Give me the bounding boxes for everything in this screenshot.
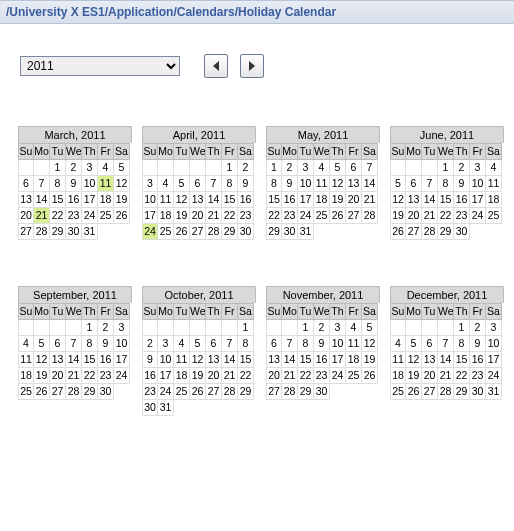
day-cell[interactable]: 19 (362, 352, 378, 368)
day-cell[interactable]: 11 (390, 352, 406, 368)
day-cell[interactable]: 29 (298, 384, 314, 400)
day-cell[interactable]: 9 (98, 336, 114, 352)
day-cell[interactable]: 22 (454, 368, 470, 384)
day-cell[interactable]: 18 (18, 368, 34, 384)
day-cell[interactable]: 30 (454, 224, 470, 240)
day-cell[interactable]: 27 (346, 208, 362, 224)
day-cell[interactable]: 13 (18, 192, 34, 208)
day-cell[interactable]: 25 (158, 224, 174, 240)
day-cell[interactable]: 23 (470, 368, 486, 384)
day-cell[interactable]: 14 (422, 192, 438, 208)
day-cell[interactable]: 25 (390, 384, 406, 400)
day-cell[interactable]: 26 (114, 208, 130, 224)
day-cell[interactable]: 8 (82, 336, 98, 352)
day-cell[interactable]: 20 (346, 192, 362, 208)
day-cell[interactable]: 13 (266, 352, 282, 368)
day-cell[interactable]: 30 (66, 224, 82, 240)
day-cell[interactable]: 30 (142, 400, 158, 416)
day-cell[interactable]: 3 (82, 160, 98, 176)
prev-year-button[interactable] (204, 54, 228, 78)
day-cell[interactable]: 21 (34, 208, 50, 224)
day-cell[interactable]: 29 (438, 224, 454, 240)
day-cell[interactable]: 22 (50, 208, 66, 224)
day-cell[interactable]: 26 (190, 384, 206, 400)
day-cell[interactable]: 10 (142, 192, 158, 208)
day-cell[interactable]: 7 (66, 336, 82, 352)
day-cell[interactable]: 14 (34, 192, 50, 208)
day-cell[interactable]: 10 (486, 336, 502, 352)
day-cell[interactable]: 18 (346, 352, 362, 368)
day-cell[interactable]: 26 (330, 208, 346, 224)
day-cell[interactable]: 5 (34, 336, 50, 352)
day-cell[interactable]: 21 (438, 368, 454, 384)
day-cell[interactable]: 11 (174, 352, 190, 368)
day-cell[interactable]: 19 (174, 208, 190, 224)
day-cell[interactable]: 28 (206, 224, 222, 240)
day-cell[interactable]: 19 (330, 192, 346, 208)
day-cell[interactable]: 4 (346, 320, 362, 336)
day-cell[interactable]: 5 (406, 336, 422, 352)
day-cell[interactable]: 21 (282, 368, 298, 384)
day-cell[interactable]: 21 (206, 208, 222, 224)
day-cell[interactable]: 12 (34, 352, 50, 368)
day-cell[interactable]: 7 (422, 176, 438, 192)
day-cell[interactable]: 28 (222, 384, 238, 400)
day-cell[interactable]: 24 (82, 208, 98, 224)
day-cell[interactable]: 14 (206, 192, 222, 208)
day-cell[interactable]: 1 (266, 160, 282, 176)
day-cell[interactable]: 13 (406, 192, 422, 208)
day-cell[interactable]: 3 (158, 336, 174, 352)
day-cell[interactable]: 17 (470, 192, 486, 208)
day-cell[interactable]: 10 (470, 176, 486, 192)
day-cell[interactable]: 3 (330, 320, 346, 336)
day-cell[interactable]: 12 (190, 352, 206, 368)
day-cell[interactable]: 8 (238, 336, 254, 352)
day-cell[interactable]: 25 (346, 368, 362, 384)
day-cell[interactable]: 19 (114, 192, 130, 208)
day-cell[interactable]: 25 (314, 208, 330, 224)
day-cell[interactable]: 19 (406, 368, 422, 384)
day-cell[interactable]: 2 (142, 336, 158, 352)
day-cell[interactable]: 29 (50, 224, 66, 240)
day-cell[interactable]: 7 (206, 176, 222, 192)
day-cell[interactable]: 16 (282, 192, 298, 208)
day-cell[interactable]: 26 (406, 384, 422, 400)
day-cell[interactable]: 17 (82, 192, 98, 208)
day-cell[interactable]: 27 (206, 384, 222, 400)
day-cell[interactable]: 15 (438, 192, 454, 208)
day-cell[interactable]: 9 (314, 336, 330, 352)
day-cell[interactable]: 2 (282, 160, 298, 176)
day-cell[interactable]: 22 (266, 208, 282, 224)
day-cell[interactable]: 30 (98, 384, 114, 400)
day-cell[interactable]: 4 (18, 336, 34, 352)
day-cell[interactable]: 25 (486, 208, 502, 224)
day-cell[interactable]: 29 (454, 384, 470, 400)
day-cell[interactable]: 12 (362, 336, 378, 352)
day-cell[interactable]: 30 (282, 224, 298, 240)
day-cell[interactable]: 21 (222, 368, 238, 384)
day-cell[interactable]: 6 (266, 336, 282, 352)
day-cell[interactable]: 8 (222, 176, 238, 192)
day-cell[interactable]: 7 (362, 160, 378, 176)
day-cell[interactable]: 12 (406, 352, 422, 368)
day-cell[interactable]: 5 (362, 320, 378, 336)
day-cell[interactable]: 16 (454, 192, 470, 208)
day-cell[interactable]: 6 (406, 176, 422, 192)
day-cell[interactable]: 22 (438, 208, 454, 224)
day-cell[interactable]: 15 (298, 352, 314, 368)
day-cell[interactable]: 9 (66, 176, 82, 192)
day-cell[interactable]: 15 (82, 352, 98, 368)
day-cell[interactable]: 23 (142, 384, 158, 400)
day-cell[interactable]: 14 (362, 176, 378, 192)
day-cell[interactable]: 8 (438, 176, 454, 192)
day-cell[interactable]: 27 (50, 384, 66, 400)
day-cell[interactable]: 13 (346, 176, 362, 192)
day-cell[interactable]: 7 (222, 336, 238, 352)
day-cell[interactable]: 24 (298, 208, 314, 224)
day-cell[interactable]: 16 (238, 192, 254, 208)
day-cell[interactable]: 17 (486, 352, 502, 368)
day-cell[interactable]: 10 (298, 176, 314, 192)
day-cell[interactable]: 4 (390, 336, 406, 352)
day-cell[interactable]: 2 (314, 320, 330, 336)
day-cell[interactable]: 4 (158, 176, 174, 192)
